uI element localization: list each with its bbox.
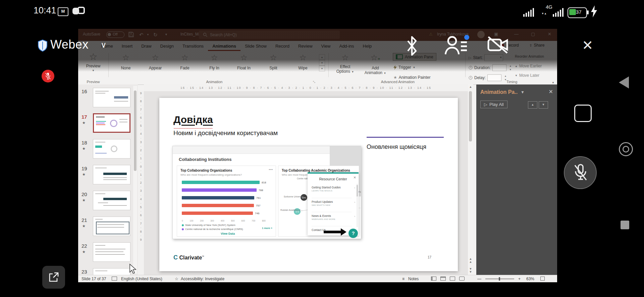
collapse-controls-button[interactable] xyxy=(619,76,629,88)
scroll-up-icon[interactable]: ▲ xyxy=(468,85,473,88)
animation-painter-button[interactable]: ★ Animation Painter xyxy=(393,75,430,80)
webex-close-button[interactable]: ✕ xyxy=(582,38,593,53)
fit-to-window-button[interactable] xyxy=(540,277,545,282)
slide-title[interactable]: Довідка xyxy=(173,114,213,125)
rc-item-product-updates[interactable]: Product Updates SEE WHAT'S NEW › xyxy=(312,198,352,206)
tab-insert[interactable]: Insert xyxy=(117,42,137,51)
thumbnail-slide-17[interactable] xyxy=(93,113,130,133)
help-button[interactable]: ? xyxy=(348,229,358,238)
view-normal-button[interactable] xyxy=(431,277,436,282)
play-all-button[interactable]: ▷Play All xyxy=(480,101,507,108)
duration-spinbox[interactable] xyxy=(492,64,506,71)
maximize-button[interactable]: ▢ xyxy=(531,32,535,37)
slide-scrollbar[interactable]: ▲ ▲▲ ▼▼ xyxy=(468,84,473,275)
participants-icon[interactable] xyxy=(445,36,467,55)
zoom-slider-thumb[interactable] xyxy=(499,277,500,281)
gallery-down-icon[interactable]: ▼ xyxy=(319,60,325,66)
scroll-thumb[interactable] xyxy=(469,91,472,141)
rc-item-getting-started[interactable]: Getting Started Guides LEARN THE BASICS … xyxy=(312,184,352,192)
muted-indicator-badge[interactable] xyxy=(42,70,54,82)
tab-addins[interactable]: Add-ins xyxy=(335,42,358,51)
view-slidesorter-button[interactable] xyxy=(440,277,446,282)
thumbnail-slide-22[interactable] xyxy=(93,242,130,262)
left-card-view-data-link[interactable]: View Data xyxy=(221,232,235,235)
zoom-percent[interactable]: 63% xyxy=(526,277,534,281)
undo-dropdown-icon[interactable]: ▼ xyxy=(147,33,149,36)
window-close-button[interactable]: ✕ xyxy=(548,32,551,37)
record-control-button[interactable] xyxy=(619,142,633,156)
webex-brand-label[interactable]: Webex xyxy=(50,38,89,52)
stop-button[interactable] xyxy=(621,221,629,229)
camera-off-icon[interactable] xyxy=(487,36,508,54)
gallery-up-icon[interactable]: ▲ xyxy=(319,54,325,60)
incites-screenshot-image[interactable]: Collaborating Institutions Top Collabora… xyxy=(172,146,361,239)
language-indicator[interactable]: English (United States) xyxy=(121,277,162,281)
trigger-button[interactable]: Trigger▼ xyxy=(393,65,416,70)
mute-microphone-button[interactable] xyxy=(564,156,597,189)
tab-review[interactable]: Review xyxy=(294,42,317,51)
resource-center-scrollbar[interactable] xyxy=(357,184,358,227)
share-button[interactable]: ⇧Share xyxy=(529,43,544,48)
effect-fade[interactable]: ☆Fade xyxy=(170,54,200,70)
autosave-toggle[interactable]: Off xyxy=(106,32,124,38)
thumbnail-slide-20[interactable] xyxy=(93,191,130,210)
tab-help[interactable]: Help xyxy=(359,42,376,51)
quick-access-dropdown-icon[interactable]: ▼ xyxy=(165,33,168,36)
move-later-button[interactable]: ▼Move Later xyxy=(515,73,539,78)
share-screen-button[interactable] xyxy=(42,266,65,289)
effect-split[interactable]: ☆Split xyxy=(259,54,288,70)
pane-move-up-button[interactable]: ▲ xyxy=(528,101,537,109)
effect-floatin[interactable]: ☆Float In xyxy=(229,54,259,70)
effect-none[interactable]: ☆None xyxy=(111,54,141,70)
view-reading-button[interactable] xyxy=(450,277,455,282)
avatar[interactable] xyxy=(477,31,485,38)
collapse-ribbon-icon[interactable]: ▲ xyxy=(552,81,554,84)
tab-animations[interactable]: Animations xyxy=(208,42,240,51)
tab-view[interactable]: View xyxy=(317,42,335,51)
redo-icon[interactable]: ↻ xyxy=(153,32,158,38)
tab-draw[interactable]: Draw xyxy=(137,42,156,51)
tab-slideshow[interactable]: Slide Show xyxy=(240,42,271,51)
duration-control[interactable]: Duration: ▲▼ xyxy=(469,64,513,71)
accessibility-status[interactable]: Accessibility: Investigate xyxy=(181,277,224,281)
previous-slide-button[interactable]: ▲▲ xyxy=(468,257,473,263)
start-combobox[interactable]: ▼ xyxy=(484,54,503,61)
thumbnail-slide-16[interactable] xyxy=(93,88,130,107)
effect-wipe[interactable]: ☆Wipe xyxy=(288,54,318,70)
search-box[interactable]: Search (Alt+Q) xyxy=(199,31,340,39)
tab-record[interactable]: Record xyxy=(271,42,294,51)
add-animation-button[interactable]: ☆+ AddAnimation ▼ xyxy=(361,54,389,75)
resource-center-close-icon[interactable]: ✕ xyxy=(354,176,356,179)
zoom-slider[interactable] xyxy=(485,279,514,279)
next-slide-button[interactable]: ▼▼ xyxy=(468,268,473,274)
tab-home[interactable]: Home xyxy=(97,42,117,51)
effect-options-button[interactable]: ☆ EffectOptions ▼ xyxy=(332,54,359,74)
monthly-update-note[interactable]: Оновлення щомісяця xyxy=(367,143,426,151)
minimize-button[interactable]: — xyxy=(514,32,519,37)
notes-toggle[interactable]: Notes xyxy=(408,277,419,281)
thumbnail-scrollbar[interactable] xyxy=(133,86,137,274)
pane-dropdown-icon[interactable]: ▼ xyxy=(521,90,525,95)
stop-share-window-button[interactable] xyxy=(574,105,592,122)
effect-appear[interactable]: ☆Appear xyxy=(141,54,170,70)
tab-transitions[interactable]: Transitions xyxy=(178,42,208,51)
thumbnail-slide-18[interactable] xyxy=(93,139,130,159)
thumbnail-slide-19[interactable] xyxy=(93,165,130,184)
zoom-in-button[interactable]: + xyxy=(518,277,521,281)
bluetooth-icon[interactable] xyxy=(405,36,419,56)
legend-more-link[interactable]: 1 more + xyxy=(262,227,272,230)
webex-dropdown-icon[interactable]: ∨ xyxy=(101,40,107,50)
card-menu-icon[interactable]: ••• xyxy=(269,168,273,171)
tab-design[interactable]: Design xyxy=(156,42,178,51)
animation-dialog-launcher-icon[interactable]: ⤡ xyxy=(313,80,315,84)
move-earlier-button[interactable]: ▲Move Earlier xyxy=(515,64,542,68)
gallery-scroll[interactable]: ▲ ▼ ▼ xyxy=(319,54,325,71)
thumbnail-slide-21[interactable] xyxy=(93,217,130,236)
zoom-out-button[interactable]: — xyxy=(477,277,481,281)
slide-subtitle[interactable]: Новим і досвідченим користувачам xyxy=(173,129,278,137)
pane-close-icon[interactable]: ✕ xyxy=(549,88,553,95)
effect-flyin[interactable]: ☆Fly In xyxy=(200,54,229,70)
preview-button[interactable]: ☆ Preview ▼ xyxy=(81,53,106,72)
undo-icon[interactable]: ↶ xyxy=(139,32,144,38)
duration-spinner[interactable]: ▲▼ xyxy=(508,65,513,71)
